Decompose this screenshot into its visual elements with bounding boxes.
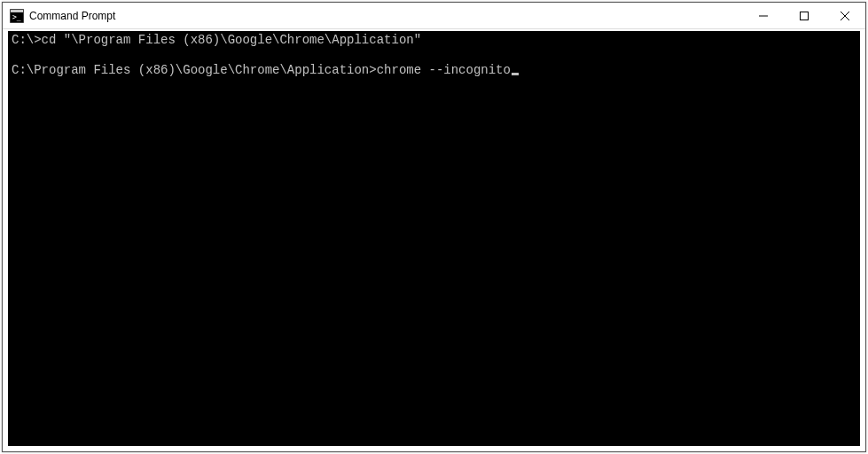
terminal-prompt: C:\Program Files (x86)\Google\Chrome\App… <box>12 63 377 77</box>
terminal-cursor <box>512 73 519 75</box>
window-controls <box>743 3 865 28</box>
terminal-blank-line <box>12 48 856 63</box>
terminal-line: C:\>cd "\Program Files (x86)\Google\Chro… <box>12 33 856 48</box>
command-prompt-window: >_ Command Prompt C:\>cd "\Program Files… <box>2 2 866 452</box>
command-prompt-icon: >_ <box>10 9 24 23</box>
terminal-command: cd "\Program Files (x86)\Google\Chrome\A… <box>42 33 421 47</box>
svg-rect-4 <box>801 12 809 20</box>
window-title: Command Prompt <box>29 10 743 22</box>
terminal-prompt: C:\> <box>12 33 42 47</box>
terminal-command: chrome --incognito <box>377 63 511 77</box>
maximize-button[interactable] <box>784 3 825 28</box>
minimize-button[interactable] <box>743 3 784 28</box>
titlebar[interactable]: >_ Command Prompt <box>3 3 865 29</box>
close-button[interactable] <box>825 3 865 28</box>
terminal-output[interactable]: C:\>cd "\Program Files (x86)\Google\Chro… <box>3 29 865 451</box>
svg-text:>_: >_ <box>12 13 21 21</box>
terminal-line: C:\Program Files (x86)\Google\Chrome\App… <box>12 63 856 78</box>
svg-rect-1 <box>11 10 23 12</box>
